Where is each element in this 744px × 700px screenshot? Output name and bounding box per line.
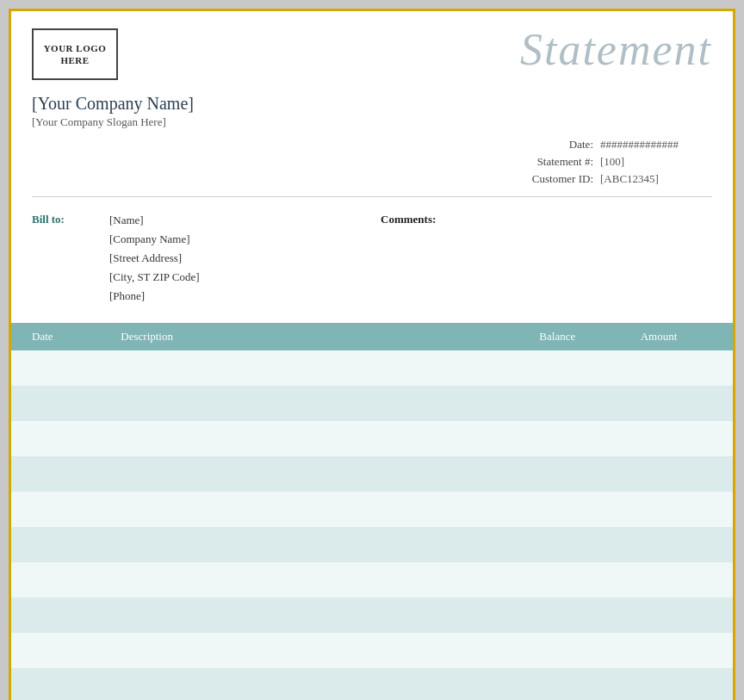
- cell-amount: [632, 598, 733, 633]
- bill-to-block: Bill to: [Name] [Company Name] [Street A…: [32, 211, 363, 306]
- cell-balance: [530, 350, 631, 386]
- cell-description: [112, 633, 530, 668]
- logo-text: YOUR LOGO HERE: [34, 42, 116, 67]
- table-body: [11, 350, 733, 700]
- bill-to-phone: [Phone]: [109, 287, 200, 306]
- statement-label: Statement #:: [532, 153, 600, 170]
- meta-statement-row: Statement #: [100]: [532, 153, 712, 170]
- cell-amount: [632, 668, 733, 700]
- cell-amount: [632, 527, 733, 562]
- meta-section: Date: ############## Statement #: [100] …: [11, 133, 733, 196]
- col-header-date: Date: [11, 323, 112, 350]
- cell-amount: [632, 421, 733, 456]
- cell-date: [11, 350, 112, 386]
- company-slogan: [Your Company Slogan Here]: [32, 115, 712, 129]
- header-section: YOUR LOGO HERE Statement: [11, 11, 733, 89]
- col-header-amount: Amount: [632, 323, 733, 350]
- cell-description: [112, 598, 530, 633]
- table-header-row: Date Description Balance Amount: [11, 323, 733, 350]
- cell-description: [112, 350, 530, 386]
- cell-amount: [632, 562, 733, 598]
- bill-to-details: [Name] [Company Name] [Street Address] […: [109, 211, 200, 306]
- cell-date: [11, 456, 112, 492]
- cell-amount: [632, 350, 733, 386]
- date-label: Date:: [532, 136, 600, 153]
- cell-balance: [530, 386, 631, 421]
- customer-value: [ABC12345]: [600, 170, 712, 188]
- cell-amount: [632, 633, 733, 668]
- table-row: [11, 350, 733, 386]
- statement-value: [100]: [600, 153, 712, 170]
- company-name: [Your Company Name]: [32, 94, 712, 114]
- bill-comments-section: Bill to: [Name] [Company Name] [Street A…: [11, 197, 733, 323]
- cell-date: [11, 562, 112, 598]
- company-section: [Your Company Name] [Your Company Slogan…: [11, 89, 733, 133]
- meta-date-row: Date: ##############: [532, 136, 712, 153]
- cell-amount: [632, 386, 733, 421]
- table-row: [11, 527, 733, 562]
- table-row: [11, 492, 733, 527]
- bill-to-street: [Street Address]: [109, 249, 200, 268]
- bill-to-city: [City, ST ZIP Code]: [109, 268, 200, 287]
- comments-block: Comments:: [363, 211, 712, 306]
- cell-date: [11, 633, 112, 668]
- statement-title: Statement: [520, 24, 712, 75]
- data-table: Date Description Balance Amount: [11, 323, 733, 700]
- cell-balance: [530, 668, 631, 700]
- cell-date: [11, 421, 112, 456]
- cell-description: [112, 527, 530, 562]
- table-header: Date Description Balance Amount: [11, 323, 733, 350]
- logo-box: YOUR LOGO HERE: [32, 28, 118, 80]
- table-section: Date Description Balance Amount: [11, 323, 733, 700]
- table-row: [11, 386, 733, 421]
- cell-amount: [632, 456, 733, 492]
- meta-customer-row: Customer ID: [ABC12345]: [532, 170, 712, 188]
- table-row: [11, 598, 733, 633]
- comments-label: Comments:: [381, 213, 436, 226]
- cell-balance: [530, 633, 631, 668]
- cell-balance: [530, 562, 631, 598]
- cell-date: [11, 527, 112, 562]
- cell-description: [112, 386, 530, 421]
- cell-balance: [530, 527, 631, 562]
- table-row: [11, 633, 733, 668]
- statement-page: YOUR LOGO HERE Statement [Your Company N…: [9, 9, 735, 700]
- customer-label: Customer ID:: [532, 170, 600, 188]
- cell-date: [11, 386, 112, 421]
- cell-balance: [530, 598, 631, 633]
- cell-amount: [632, 492, 733, 527]
- cell-date: [11, 492, 112, 527]
- col-header-balance: Balance: [530, 323, 631, 350]
- col-header-description: Description: [112, 323, 530, 350]
- cell-date: [11, 668, 112, 700]
- bill-to-name: [Name]: [109, 211, 200, 230]
- cell-description: [112, 668, 530, 700]
- cell-date: [11, 598, 112, 633]
- cell-balance: [530, 492, 631, 527]
- date-value: ##############: [600, 136, 712, 153]
- table-row: [11, 421, 733, 456]
- bill-to-company: [Company Name]: [109, 230, 200, 249]
- cell-description: [112, 456, 530, 492]
- cell-description: [112, 492, 530, 527]
- cell-balance: [530, 421, 631, 456]
- table-row: [11, 668, 733, 700]
- cell-description: [112, 562, 530, 598]
- cell-description: [112, 421, 530, 456]
- cell-balance: [530, 456, 631, 492]
- table-row: [11, 562, 733, 598]
- bill-to-label: Bill to:: [32, 211, 109, 306]
- table-row: [11, 456, 733, 492]
- meta-table: Date: ############## Statement #: [100] …: [532, 136, 712, 188]
